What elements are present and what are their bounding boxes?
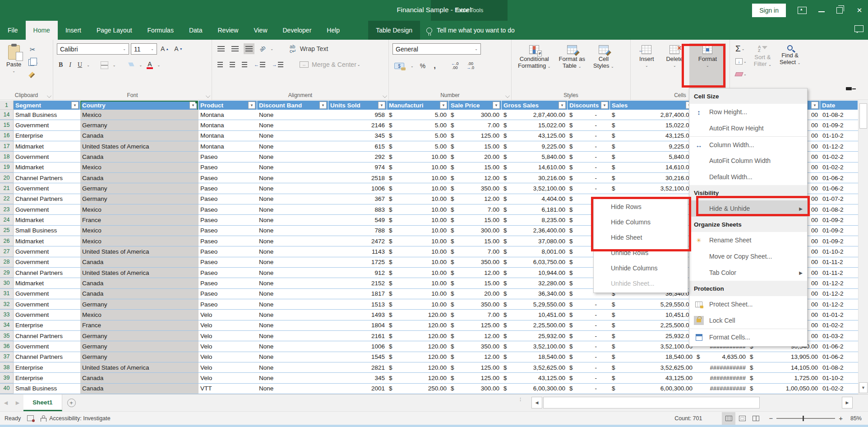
cell[interactable]: $8,001.00 <box>502 246 568 256</box>
column-header-discount-band[interactable]: Discount Band▼ <box>257 101 328 110</box>
increase-indent-button[interactable] <box>270 59 285 70</box>
font-size-combo[interactable]: 11⌄ <box>131 43 157 55</box>
cell[interactable]: $12.00 <box>449 173 502 183</box>
sheet-nav-left-icon[interactable]: ◀ <box>0 395 12 411</box>
cell[interactable]: Channel Partners <box>14 268 80 278</box>
cell[interactable]: $43,125.00 <box>610 131 695 141</box>
cell[interactable]: 01-10-2 <box>820 373 858 383</box>
cell[interactable]: $- <box>568 331 610 341</box>
scroll-right-button[interactable]: ▶ <box>842 397 853 408</box>
cell[interactable]: 2001 <box>328 384 387 394</box>
cell[interactable]: Montana <box>199 131 257 141</box>
cell[interactable]: $15,022.00 <box>502 120 568 130</box>
cell[interactable]: $- <box>568 152 610 162</box>
cell[interactable]: $- <box>568 173 610 183</box>
submenu-item-unhide-sheet[interactable]: Unhide Sheet... <box>594 276 688 291</box>
cell[interactable]: Enterprise <box>14 362 80 372</box>
cell[interactable]: 01-12-2 <box>820 289 858 299</box>
cell[interactable]: Government <box>14 341 80 351</box>
cell[interactable]: $- <box>568 362 610 372</box>
cell[interactable]: France <box>80 320 199 330</box>
row-number[interactable]: 37 <box>0 352 14 362</box>
cell[interactable]: Mexico <box>80 226 199 236</box>
cell[interactable]: $25,932.00 <box>610 331 695 341</box>
cell[interactable]: Mexico <box>80 236 199 246</box>
cell[interactable]: None <box>257 110 328 120</box>
row-number[interactable]: 35 <box>0 331 14 341</box>
cell[interactable]: $10,451.00 <box>502 310 568 320</box>
cell[interactable]: 292 <box>328 152 387 162</box>
column-header-sale-price[interactable]: Sale Price▼ <box>449 101 502 110</box>
cell[interactable]: $10.00 <box>387 162 449 172</box>
cell[interactable]: 01-01-2 <box>820 310 858 320</box>
cell[interactable]: $350.00 <box>449 299 502 309</box>
cell[interactable]: None <box>257 341 328 351</box>
horizontal-scrollbar-thumb[interactable] <box>543 397 760 408</box>
cell[interactable]: Government <box>14 183 80 193</box>
cell[interactable]: 01-09-2 <box>820 215 858 225</box>
cell-styles-button[interactable]: CellStyles ⌄ <box>591 43 617 90</box>
cell[interactable]: $32,280.00 <box>502 278 568 288</box>
cell[interactable]: 974 <box>328 162 387 172</box>
cell[interactable]: Channel Partners <box>14 194 80 204</box>
cell[interactable]: $5.00 <box>387 131 449 141</box>
menu-item-default-width[interactable]: Default Width... <box>689 169 807 185</box>
cell[interactable]: VTT <box>199 384 257 394</box>
cell[interactable]: Montana <box>199 110 257 120</box>
percent-style-button[interactable]: % <box>418 60 427 71</box>
cell[interactable]: None <box>257 236 328 246</box>
cell[interactable]: $7.00 <box>449 310 502 320</box>
top-align-button[interactable] <box>216 43 226 54</box>
cell[interactable]: $13,905.00 <box>748 352 820 362</box>
cell[interactable]: $300.00 <box>449 226 502 236</box>
cell[interactable]: 1493 <box>328 310 387 320</box>
row-number[interactable]: 28 <box>0 257 14 267</box>
tab-table-design[interactable]: Table Design <box>368 21 420 40</box>
cell[interactable]: Velo <box>199 310 257 320</box>
cell[interactable]: $43,125.00 <box>502 373 568 383</box>
cell[interactable]: None <box>257 215 328 225</box>
align-center-button[interactable] <box>228 59 237 70</box>
tab-data[interactable]: Data <box>181 21 210 40</box>
cell[interactable]: 01-06-2 <box>820 183 858 193</box>
cell[interactable]: None <box>257 257 328 267</box>
cell[interactable]: $9,225.00 <box>502 141 568 151</box>
cell[interactable]: $10.00 <box>387 268 449 278</box>
cell[interactable]: $5.00 <box>387 110 449 120</box>
cell[interactable]: $- <box>568 162 610 172</box>
cut-button[interactable]: ✂ <box>27 44 40 55</box>
cell[interactable]: None <box>257 268 328 278</box>
cell[interactable]: ########### <box>695 384 748 394</box>
cell[interactable]: None <box>257 183 328 193</box>
cell[interactable]: None <box>257 162 328 172</box>
zoom-out-button[interactable]: − <box>769 414 773 422</box>
cell[interactable]: $14,105.00 <box>748 362 820 372</box>
cell[interactable]: 01-06-2 <box>820 352 858 362</box>
row-number[interactable]: 40 <box>0 384 14 394</box>
cell[interactable]: $10.00 <box>387 246 449 256</box>
cell[interactable]: $125.00 <box>449 320 502 330</box>
tab-help[interactable]: Help <box>319 21 347 40</box>
cell[interactable]: 1513 <box>328 299 387 309</box>
sheet-nav-right-icon[interactable]: ▶ <box>12 395 23 411</box>
row-number[interactable]: 26 <box>0 236 14 246</box>
cell[interactable]: $7.00 <box>449 246 502 256</box>
cell[interactable]: Montana <box>199 120 257 130</box>
menu-item-autofit-row-height[interactable]: AutoFit Row Height <box>689 120 807 136</box>
cell[interactable]: France <box>80 215 199 225</box>
cell[interactable]: $1,725.00 <box>748 373 820 383</box>
cell[interactable]: Paseo <box>199 289 257 299</box>
submenu-item-unhide-columns[interactable]: Unhide Columns <box>594 260 688 276</box>
decrease-decimal-button[interactable]: .00→.0 <box>465 60 476 71</box>
zoom-slider[interactable] <box>776 418 835 419</box>
cell[interactable]: Paseo <box>199 162 257 172</box>
menu-item-rename-sheet[interactable]: ✳Rename Sheet <box>689 232 807 248</box>
cell[interactable]: Paseo <box>199 226 257 236</box>
cell[interactable]: $6,00,300.00 <box>502 384 568 394</box>
cell[interactable]: 1143 <box>328 246 387 256</box>
cell[interactable]: None <box>257 289 328 299</box>
cell[interactable]: Government <box>14 289 80 299</box>
cell[interactable]: 01-09-2 <box>820 226 858 236</box>
filter-button[interactable]: ▼ <box>559 102 566 109</box>
font-name-combo[interactable]: Calibri⌄ <box>57 43 129 55</box>
